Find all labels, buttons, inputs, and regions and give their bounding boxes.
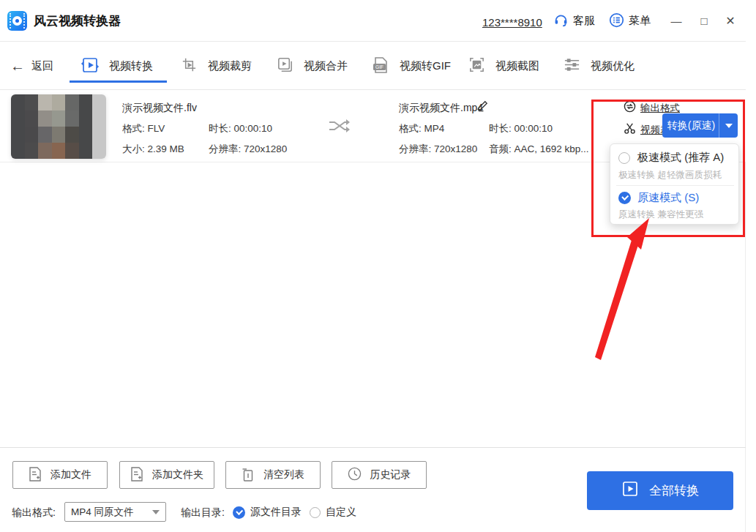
caret-down-icon <box>152 510 160 514</box>
clear-list-button[interactable]: 清空列表 <box>225 461 321 489</box>
video-convert-icon <box>81 56 100 77</box>
back-label: 返回 <box>31 59 53 73</box>
tab-label: 视频截图 <box>495 59 539 73</box>
output-audio: 音频: AAC, 1692 kbp... <box>489 143 589 156</box>
account-link[interactable]: 123****8910 <box>482 16 542 29</box>
fast-mode-desc: 极速转换 超轻微画质损耗 <box>618 169 722 181</box>
app-logo-icon <box>7 11 27 31</box>
output-file-name: 演示视频文件.mp4 <box>399 102 483 115</box>
convert-direction-icon <box>327 117 352 138</box>
sliders-icon <box>563 56 581 76</box>
customer-service-label: 客服 <box>573 14 595 28</box>
active-tab-underline <box>70 80 167 83</box>
convert-mode-dropdown: 极速模式 (推荐 A) 极速转换 超轻微画质损耗 原速模式 (S) 原速转换 兼… <box>610 143 739 225</box>
convert-mode-dropdown-toggle[interactable] <box>719 113 738 138</box>
tab-label: 视频裁剪 <box>208 59 252 73</box>
back-button[interactable]: ← 返回 <box>10 42 53 90</box>
tab-label: 视频转换 <box>109 59 153 73</box>
source-size: 大小: 2.39 MB <box>122 143 184 156</box>
clear-list-label: 清空列表 <box>263 468 304 482</box>
tab-video-to-gif[interactable]: GIF 视频转GIF <box>371 42 451 90</box>
minimize-button[interactable]: — <box>666 0 686 42</box>
convert-button-label: 转换(原速) <box>662 119 719 132</box>
video-thumbnail <box>11 94 106 159</box>
tab-video-screenshot[interactable]: 视频截图 <box>468 42 539 90</box>
fast-mode-label: 极速模式 (推荐 A) <box>637 151 724 165</box>
gif-icon-text: GIF <box>375 64 383 70</box>
radio-custom-dir[interactable]: 自定义 <box>310 506 356 519</box>
convert-all-button[interactable]: 全部转换 <box>587 471 733 510</box>
menu-icon <box>609 12 624 30</box>
output-format-select-value: MP4 同原文件 <box>71 506 152 519</box>
source-resolution: 分辨率: 720x1280 <box>209 143 287 156</box>
title-bar: 风云视频转换器 123****8910 客服 菜单 — <box>0 0 746 42</box>
output-format-select[interactable]: MP4 同原文件 <box>64 502 166 522</box>
tab-label: 视频转GIF <box>400 59 451 73</box>
play-square-icon <box>621 480 639 501</box>
output-format-icon <box>624 100 636 116</box>
app-title: 风云视频转换器 <box>34 0 121 42</box>
history-button[interactable]: 历史记录 <box>332 461 427 489</box>
add-folder-label: 添加文件夹 <box>152 468 203 482</box>
add-file-label: 添加文件 <box>50 468 91 482</box>
original-speed-desc: 原速转换 兼容性更强 <box>618 209 703 221</box>
tab-video-convert[interactable]: 视频转换 <box>81 42 153 90</box>
radio-off-icon <box>310 507 321 518</box>
radio-checked-icon <box>233 506 245 519</box>
maximize-button[interactable]: □ <box>694 0 714 42</box>
customer-service-button[interactable]: 客服 <box>553 0 595 42</box>
output-duration: 时长: 00:00:10 <box>489 122 553 135</box>
tab-video-merge[interactable]: 视频合并 <box>276 42 348 90</box>
tab-label: 视频优化 <box>591 59 635 73</box>
headset-icon <box>553 12 569 30</box>
clock-icon <box>348 467 362 483</box>
add-file-icon <box>29 467 42 484</box>
rename-pencil-icon[interactable] <box>476 100 489 115</box>
radio-off-icon <box>618 152 630 164</box>
tab-label: 视频合并 <box>304 59 348 73</box>
scissors-icon <box>624 122 636 138</box>
add-folder-button[interactable]: 添加文件夹 <box>119 461 214 489</box>
footer-divider <box>0 447 746 448</box>
output-format-setting-label: 输出格式: <box>12 506 56 520</box>
menu-button[interactable]: 菜单 <box>609 0 651 42</box>
output-format: 格式: MP4 <box>399 122 444 135</box>
trash-icon <box>242 467 255 484</box>
source-duration: 时长: 00:00:10 <box>209 122 272 135</box>
history-label: 历史记录 <box>370 468 411 482</box>
tab-video-optimize[interactable]: 视频优化 <box>563 42 635 90</box>
menu-item-original-speed-mode[interactable]: 原速模式 (S) 原速转换 兼容性更强 <box>610 185 740 225</box>
radio-checked-icon <box>618 192 631 204</box>
menu-label: 菜单 <box>629 14 651 28</box>
converter-app: 风云视频转换器 123****8910 客服 菜单 — <box>0 0 746 532</box>
source-format: 格式: FLV <box>122 122 165 135</box>
original-speed-label: 原速模式 (S) <box>637 191 699 205</box>
custom-dir-label: 自定义 <box>326 506 356 519</box>
radio-source-file-dir[interactable]: 源文件目录 <box>233 506 302 519</box>
app-window: 风云视频转换器 123****8910 客服 菜单 — <box>0 0 756 532</box>
menu-item-fast-mode[interactable]: 极速模式 (推荐 A) 极速转换 超轻微画质损耗 <box>610 144 740 184</box>
output-dir-setting-label: 输出目录: <box>181 506 225 520</box>
add-file-button[interactable]: 添加文件 <box>12 461 108 489</box>
screenshot-icon <box>468 56 486 76</box>
convert-all-label: 全部转换 <box>649 482 699 499</box>
caret-down-icon <box>725 124 733 128</box>
convert-button[interactable]: 转换(原速) <box>662 113 738 138</box>
video-crop-icon <box>180 56 198 76</box>
tab-video-crop[interactable]: 视频裁剪 <box>180 42 252 90</box>
close-button[interactable]: ✕ <box>720 0 741 42</box>
nav-bar: ← 返回 视频转换 视频裁剪 <box>0 42 746 90</box>
source-dir-label: 源文件目录 <box>250 506 302 519</box>
back-arrow-icon: ← <box>10 59 25 73</box>
gif-file-icon: GIF <box>371 56 390 77</box>
add-folder-icon <box>130 467 143 484</box>
source-file-name: 演示视频文件.flv <box>122 102 197 115</box>
output-resolution: 分辨率: 720x1280 <box>399 143 477 156</box>
video-merge-icon <box>276 56 294 76</box>
